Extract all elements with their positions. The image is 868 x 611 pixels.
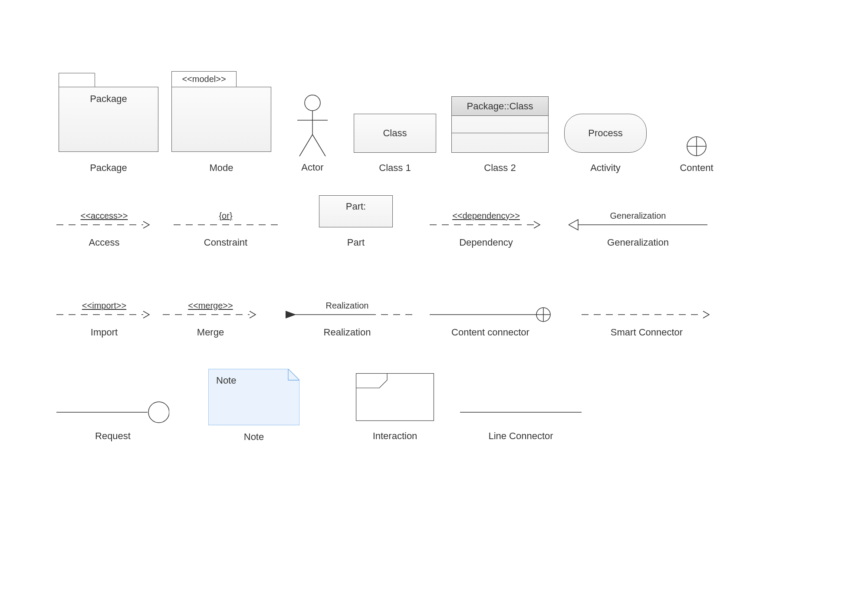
dependency-shape: <<dependency>> Dependency bbox=[430, 216, 542, 235]
actor-icon bbox=[289, 93, 336, 158]
part-label: Part: bbox=[346, 201, 366, 212]
interaction-caption: Interaction bbox=[356, 430, 434, 442]
access-caption: Access bbox=[56, 237, 152, 248]
actor-caption: Actor bbox=[289, 162, 336, 173]
import-label: <<import>> bbox=[56, 301, 152, 311]
constraint-label: {or} bbox=[174, 211, 278, 221]
package-body: Package bbox=[59, 87, 158, 152]
circle-plus-icon bbox=[685, 135, 708, 158]
realization-caption: Realization bbox=[282, 327, 412, 338]
merge-shape: <<merge>> Merge bbox=[163, 306, 258, 325]
class1-label: Class bbox=[383, 128, 407, 139]
import-shape: <<import>> Import bbox=[56, 306, 152, 325]
content-connector-caption: Content connector bbox=[430, 327, 551, 338]
realization-label: Realization bbox=[282, 301, 412, 311]
content-caption: Content bbox=[673, 162, 720, 174]
constraint-shape: {or} Constraint bbox=[174, 216, 278, 235]
package-tab bbox=[59, 73, 95, 87]
line-connector-icon bbox=[460, 408, 582, 417]
content-connector-shape: Content connector bbox=[430, 306, 551, 325]
model-body bbox=[171, 87, 271, 152]
class1-caption: Class 1 bbox=[354, 162, 436, 174]
request-icon bbox=[56, 399, 169, 425]
package-shape: Package Package bbox=[59, 87, 158, 152]
actor-shape: Actor bbox=[289, 93, 336, 160]
request-shape: Request bbox=[56, 399, 169, 427]
svg-line-3 bbox=[299, 135, 312, 156]
dependency-label: <<dependency>> bbox=[430, 211, 542, 221]
part-box: Part: bbox=[319, 195, 393, 227]
access-label: <<access>> bbox=[56, 211, 152, 221]
activity-shape: Process Activity bbox=[564, 114, 647, 153]
class2-label: Package::Class bbox=[467, 101, 533, 112]
smart-connector-arrow-icon bbox=[582, 306, 712, 323]
line-connector-caption: Line Connector bbox=[460, 430, 582, 442]
generalization-label: Generalization bbox=[569, 211, 707, 221]
class1-shape: Class Class 1 bbox=[354, 114, 436, 153]
svg-line-4 bbox=[312, 135, 326, 156]
svg-marker-11 bbox=[569, 220, 578, 230]
dependency-caption: Dependency bbox=[430, 237, 542, 248]
interaction-icon bbox=[356, 373, 434, 421]
smart-connector-shape: Smart Connector bbox=[582, 306, 712, 325]
activity-box: Process bbox=[564, 114, 647, 153]
svg-marker-17 bbox=[286, 311, 295, 318]
svg-point-26 bbox=[148, 402, 169, 423]
realization-shape: Realization Realization bbox=[282, 306, 412, 325]
svg-point-0 bbox=[305, 95, 320, 111]
smart-connector-caption: Smart Connector bbox=[582, 327, 712, 338]
constraint-caption: Constraint bbox=[174, 237, 278, 248]
interaction-shape: Interaction bbox=[356, 373, 434, 423]
generalization-shape: Generalization Generalization bbox=[569, 216, 707, 235]
class2-caption: Class 2 bbox=[451, 162, 549, 174]
request-caption: Request bbox=[56, 430, 169, 442]
merge-label: <<merge>> bbox=[163, 301, 258, 311]
access-shape: <<access>> Access bbox=[56, 216, 152, 235]
part-caption: Part bbox=[319, 237, 393, 248]
note-shape: Note Note bbox=[208, 369, 299, 427]
activity-label: Process bbox=[588, 128, 622, 139]
model-shape: <<model>> Mode bbox=[171, 87, 271, 152]
model-stereotype: <<model>> bbox=[182, 74, 226, 84]
content-shape: Content bbox=[673, 135, 720, 158]
class2-box: Package::Class bbox=[451, 96, 549, 153]
class2-shape: Package::Class Class 2 bbox=[451, 96, 549, 153]
generalization-caption: Generalization bbox=[569, 237, 707, 248]
merge-caption: Merge bbox=[163, 327, 258, 338]
activity-caption: Activity bbox=[564, 162, 647, 174]
package-caption: Package bbox=[59, 162, 158, 174]
note-label: Note bbox=[216, 375, 236, 386]
model-tab: <<model>> bbox=[171, 71, 237, 87]
class1-box: Class bbox=[354, 114, 436, 153]
part-shape: Part: Part bbox=[319, 195, 393, 227]
model-caption: Mode bbox=[171, 162, 271, 174]
line-connector-shape: Line Connector bbox=[460, 408, 582, 418]
import-caption: Import bbox=[56, 327, 152, 338]
svg-rect-28 bbox=[356, 374, 434, 421]
content-connector-icon bbox=[430, 306, 551, 323]
uml-palette-canvas: Package Package <<model>> Mode Actor Cla… bbox=[0, 0, 868, 611]
note-caption: Note bbox=[208, 431, 299, 443]
package-label: Package bbox=[59, 93, 158, 105]
